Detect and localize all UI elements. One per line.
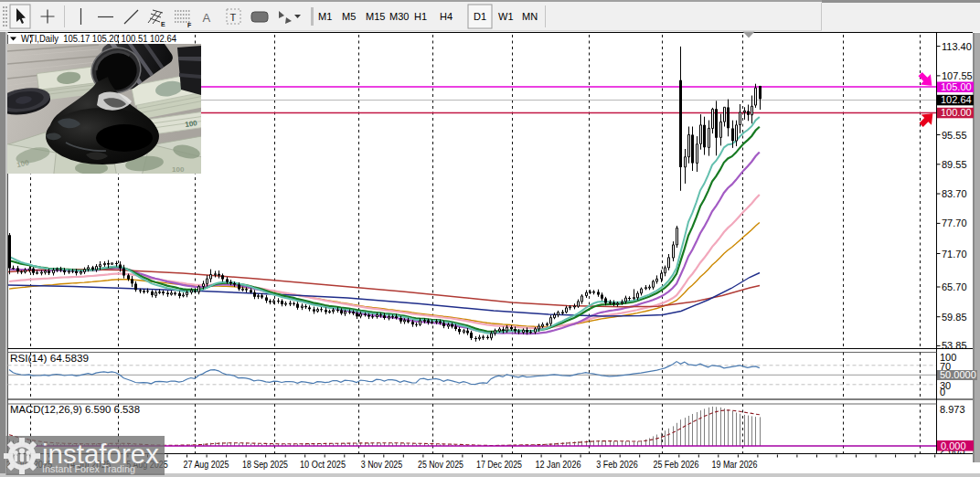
svg-text:M1: M1: [318, 11, 332, 22]
svg-text:71.70: 71.70: [942, 249, 967, 260]
svg-text:12 Jan 2026: 12 Jan 2026: [536, 460, 581, 470]
svg-text:27 Aug 2025: 27 Aug 2025: [184, 460, 229, 470]
svg-text:25 Feb 2026: 25 Feb 2026: [654, 460, 699, 470]
svg-text:53.85: 53.85: [942, 340, 967, 351]
svg-text:W1: W1: [498, 11, 514, 22]
svg-text:113.40: 113.40: [942, 41, 972, 52]
svg-text:RSI(14) 64.5839: RSI(14) 64.5839: [10, 353, 89, 364]
svg-text:59.85: 59.85: [942, 312, 967, 323]
svg-text:89.55: 89.55: [942, 159, 967, 170]
svg-text:WTI,Daily 105.17 105.20 100.5: WTI,Daily 105.17 105.20 100.51 102.64: [21, 33, 176, 44]
svg-text:17 Dec 2025: 17 Dec 2025: [476, 460, 522, 470]
svg-text:8.973: 8.973: [940, 404, 965, 415]
svg-text:83.70: 83.70: [942, 188, 967, 199]
svg-text:H1: H1: [414, 11, 427, 22]
svg-text:50.0000: 50.0000: [940, 369, 976, 380]
svg-text:77.70: 77.70: [942, 217, 967, 228]
svg-text:65.70: 65.70: [942, 281, 967, 292]
svg-text:M30: M30: [389, 11, 409, 22]
svg-text:D1: D1: [474, 11, 486, 22]
svg-text:MACD(12,26,9) 6.590 6.538: MACD(12,26,9) 6.590 6.538: [10, 404, 140, 415]
svg-text:3 Nov 2025: 3 Nov 2025: [361, 460, 403, 470]
svg-text:10 Oct 2025: 10 Oct 2025: [300, 460, 346, 470]
svg-text:M15: M15: [366, 11, 385, 22]
svg-text:25 Nov 2025: 25 Nov 2025: [418, 460, 463, 470]
svg-text:A: A: [203, 11, 211, 25]
svg-text:19 Mar 2026: 19 Mar 2026: [712, 460, 758, 470]
svg-text:Instant Forex Trading: Instant Forex Trading: [42, 463, 135, 474]
svg-text:E: E: [161, 21, 165, 27]
svg-text:M5: M5: [342, 11, 356, 22]
svg-text:3 Feb 2026: 3 Feb 2026: [596, 460, 638, 470]
svg-text:0.000: 0.000: [941, 440, 966, 451]
svg-text:0: 0: [940, 387, 945, 398]
svg-text:MN: MN: [522, 11, 538, 22]
svg-text:105.00: 105.00: [941, 81, 972, 92]
svg-text:100: 100: [185, 119, 198, 129]
svg-text:107.55: 107.55: [942, 70, 973, 81]
svg-text:18 Sep 2025: 18 Sep 2025: [242, 460, 288, 470]
svg-text:95.55: 95.55: [942, 130, 967, 141]
svg-text:T: T: [230, 12, 237, 23]
svg-text:100: 100: [172, 165, 185, 174]
svg-text:102.64: 102.64: [941, 94, 972, 105]
svg-text:F: F: [187, 22, 192, 28]
svg-text:H4: H4: [440, 11, 453, 22]
svg-text:100.00: 100.00: [941, 107, 972, 118]
